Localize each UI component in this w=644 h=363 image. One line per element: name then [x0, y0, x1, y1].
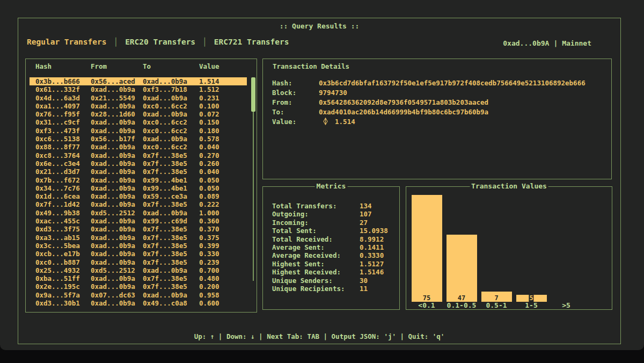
metric-label: Total Sent:: [272, 227, 317, 235]
network-badge: Mainnet: [562, 39, 591, 47]
metric-value: 0.3330: [360, 251, 384, 259]
cell-value: 0.050: [199, 176, 219, 184]
table-row[interactable]: 0xa3...ab15 0xad...0b9a 0x7f...38e5 0.37…: [30, 234, 247, 242]
table-row[interactable]: 0x1d...6cea 0xad...0b9a 0x59...ce3a 0.08…: [30, 192, 247, 200]
table-row[interactable]: 0xa1...4097 0xad...0b9a 0xc0...6cc2 0.10…: [30, 102, 247, 110]
cell-to: 0xad...0b9a: [143, 291, 187, 299]
cell-to: 0x7f...38e5: [143, 234, 187, 242]
transfers-table-panel: Hash From To Value 0x3b...b666 0x56...ac…: [25, 59, 257, 313]
cell-value: 0.480: [199, 274, 219, 282]
metric-row: Highest Sent:1.5127: [272, 260, 396, 268]
cell-hash: 0xa3...ab15: [35, 234, 80, 242]
cell-to: 0xad...0b9a: [143, 135, 187, 143]
detail-label: Block:: [272, 88, 319, 98]
detail-row: Hash:0x3b6cd7d6bfaf163792f50e1ef5e917b97…: [272, 78, 607, 88]
table-row[interactable]: 0x2e...195c 0xad...0b9a 0x7f...38e5 0.20…: [30, 282, 247, 291]
cell-from: 0xd5...2512: [91, 266, 135, 274]
cell-value: 0.330: [199, 250, 219, 258]
table-row[interactable]: 0x3b...b666 0x56...aced 0xad...0b9a 1.51…: [30, 77, 247, 85]
cell-to: 0xad...0b9a: [143, 209, 187, 217]
cell-to: 0xad...0b9a: [143, 77, 187, 85]
table-row[interactable]: 0x61...332f 0xad...0b9a 0xf3...7b18 1.51…: [30, 85, 247, 93]
tab-separator: │: [113, 38, 118, 46]
cell-from: 0xad...0b9a: [91, 159, 135, 168]
cell-to: 0x7f...38e5: [143, 168, 187, 176]
cell-value: 1.514: [199, 77, 219, 85]
detail-row: Block:9794730: [272, 88, 607, 98]
table-row[interactable]: 0x49...9b38 0xd5...2512 0xad...0b9a 1.00…: [30, 209, 247, 217]
transaction-details-panel: Transaction Details Hash:0x3b6cd7d6bfaf1…: [262, 59, 612, 179]
metric-row: Total Sent:15.0938: [272, 227, 396, 235]
cell-hash: 0x21...d3d7: [35, 168, 80, 176]
table-row[interactable]: 0x25...4932 0xd5...2512 0xad...0b9a 0.70…: [30, 266, 247, 274]
cell-to: 0x59...ce3a: [143, 192, 187, 200]
detail-value: 9794730: [319, 89, 347, 97]
app-frame: :: Query Results :: Regular Transfers│ER…: [18, 18, 621, 344]
cell-value: 0.260: [199, 159, 219, 168]
metric-value: 1.5127: [360, 260, 384, 268]
cell-value: 0.072: [199, 110, 219, 118]
cell-hash: 0xf3...473f: [35, 127, 80, 135]
cell-from: 0xad...0b9a: [91, 85, 135, 93]
table-row[interactable]: 0xd3...30b1 0xad...0b9a 0x49...c0a8 0.60…: [30, 299, 247, 307]
chart-bar: 47: [447, 235, 477, 302]
table-row[interactable]: 0xba...51ff 0xad...0b9a 0x7f...38e5 0.48…: [30, 274, 247, 282]
cell-to: 0x7f...38e5: [143, 282, 187, 291]
table-row[interactable]: 0x9a...5f7a 0x07...dc63 0xad...0b9a 0.95…: [30, 291, 247, 299]
table-row[interactable]: 0x31...c9cf 0xad...0b9a 0xc0...6cc2 0.15…: [30, 118, 247, 126]
tab-regular-transfers[interactable]: Regular Transfers: [27, 38, 106, 46]
cell-value: 0.700: [199, 266, 219, 274]
detail-label: To:: [272, 107, 319, 117]
cell-from: 0xad...0b9a: [91, 217, 135, 225]
terminal-window: :: Query Results :: Regular Transfers│ER…: [0, 0, 644, 350]
table-row[interactable]: 0x7f...1d42 0xad...0b9a 0x7f...38e5 0.22…: [30, 200, 247, 208]
table-row[interactable]: 0x6e...c3e4 0xad...0b9a 0x7f...38e5 0.26…: [30, 159, 247, 168]
tab-bar: Regular Transfers│ERC20 Transfers│ERC721…: [27, 38, 289, 46]
metric-row: Average Sent:0.1411: [272, 243, 396, 251]
table-row[interactable]: 0x4d...6a3d 0x21...5549 0xad...0b9a 0.23…: [30, 94, 247, 102]
table-row[interactable]: 0x88...8f77 0xad...0b9a 0xc0...6cc2 0.04…: [30, 143, 247, 151]
table-row[interactable]: 0xc0...b887 0xad...0b9a 0x7f...38e5 0.23…: [30, 258, 247, 266]
cell-from: 0xad...0b9a: [91, 234, 135, 242]
bar-category-label: 1-5: [514, 302, 549, 309]
table-row[interactable]: 0x76...f95f 0x28...1d60 0xad...0b9a 0.07…: [30, 110, 247, 118]
table-row[interactable]: 0xc6...5138 0x56...b17f 0xad...0b9a 0.57…: [30, 135, 247, 143]
table-row[interactable]: 0xcb...e17b 0xad...0b9a 0x7f...38e5 0.33…: [30, 250, 247, 258]
cell-value: 0.600: [199, 299, 219, 307]
account-separator: |: [553, 39, 558, 47]
cell-hash: 0x6e...c3e4: [35, 159, 80, 168]
detail-row: From:0x564286362092d8e7936f0549571a803b2…: [272, 98, 607, 107]
cell-to: 0x7f...38e5: [143, 258, 187, 266]
table-row[interactable]: 0xac...455c 0xad...0b9a 0x99...c69d 0.36…: [30, 217, 247, 225]
cell-value: 0.180: [199, 127, 219, 135]
cell-from: 0x56...aced: [91, 77, 135, 85]
metrics-rows: Total Transfers:134Outgoing:107Incoming:…: [272, 202, 396, 293]
cell-value: 0.200: [199, 282, 219, 291]
tab-erc721-transfers[interactable]: ERC721 Transfers: [214, 38, 289, 46]
table-row[interactable]: 0x34...7c76 0xad...0b9a 0x99...4be1 0.05…: [30, 184, 247, 192]
cell-hash: 0xd3...30b1: [35, 299, 80, 307]
cell-to: 0x99...4be1: [143, 184, 187, 192]
scrollbar-thumb[interactable]: [251, 77, 255, 112]
column-header-value: Value: [199, 62, 219, 70]
cell-hash: 0xd3...3f75: [35, 225, 80, 233]
table-row[interactable]: 0x7b...f672 0xad...0b9a 0x99...4be1 0.05…: [30, 176, 247, 184]
page-title: :: Query Results ::: [18, 22, 620, 30]
tab-erc20-transfers[interactable]: ERC20 Transfers: [125, 38, 195, 46]
detail-value: 0x564286362092d8e7936f0549571a803b203aac…: [319, 98, 488, 106]
transaction-values-chart-panel: Transaction Values 75<0.1470.1-0.570.5-1…: [406, 186, 612, 310]
metric-value: 11: [360, 285, 368, 293]
table-row[interactable]: 0xd3...3f75 0xad...0b9a 0x7f...38e5 0.37…: [30, 225, 247, 233]
bar-category-label: >5: [549, 302, 584, 309]
column-header-hash: Hash: [35, 62, 52, 70]
metric-row: Total Received:8.9912: [272, 235, 396, 243]
table-row[interactable]: 0xc8...3764 0xad...0b9a 0x7f...38e5 0.27…: [30, 151, 247, 159]
metric-value: 27: [360, 219, 368, 227]
cell-hash: 0x2e...195c: [35, 282, 80, 291]
cell-value: 0.239: [199, 258, 219, 266]
table-row[interactable]: 0xf3...473f 0xad...0b9a 0xc0...6cc2 0.18…: [30, 127, 247, 135]
cell-value: 1.512: [199, 85, 219, 93]
table-row[interactable]: 0x3c...5bea 0xad...0b9a 0x7f...38e5 0.39…: [30, 242, 247, 250]
detail-value: 0x3b6cd7d6bfaf163792f50e1ef5e917b972f408…: [319, 79, 586, 87]
table-row[interactable]: 0x21...d3d7 0xad...0b9a 0x7f...38e5 0.04…: [30, 168, 247, 176]
